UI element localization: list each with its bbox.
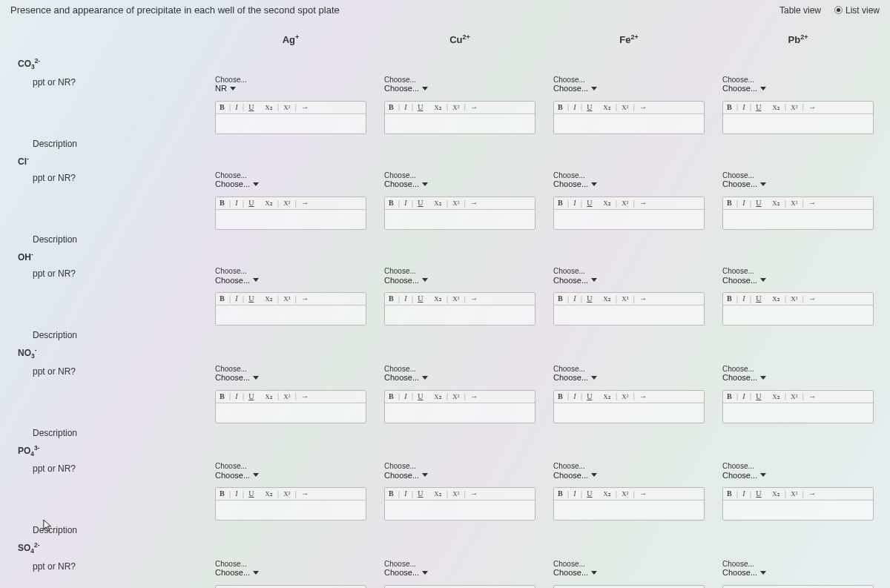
editor-textarea[interactable]: [554, 403, 704, 423]
bold-button[interactable]: B: [217, 489, 227, 499]
choose-select[interactable]: Choose...: [553, 276, 597, 285]
underline-button[interactable]: U: [246, 102, 256, 113]
choose-select[interactable]: Choose...: [553, 84, 597, 93]
choose-select[interactable]: Choose...: [553, 568, 597, 578]
bold-button[interactable]: B: [386, 102, 396, 113]
underline-button[interactable]: U: [584, 392, 594, 402]
choose-select[interactable]: Choose...: [722, 568, 766, 578]
superscript-button[interactable]: X²: [619, 489, 630, 499]
editor-textarea[interactable]: [216, 403, 366, 423]
choose-select[interactable]: Choose...: [722, 179, 766, 189]
italic-button[interactable]: I: [571, 392, 578, 402]
bold-button[interactable]: B: [217, 198, 227, 208]
italic-button[interactable]: I: [233, 489, 240, 499]
superscript-button[interactable]: X²: [788, 102, 800, 113]
superscript-button[interactable]: X²: [281, 102, 292, 113]
arrow-button[interactable]: →: [637, 198, 649, 208]
italic-button[interactable]: I: [402, 198, 409, 208]
bold-button[interactable]: B: [386, 294, 396, 304]
subscript-button[interactable]: X₂: [601, 102, 613, 113]
underline-button[interactable]: U: [754, 198, 763, 208]
underline-button[interactable]: U: [584, 102, 594, 113]
subscript-button[interactable]: X₂: [601, 198, 613, 208]
choose-select[interactable]: Choose...: [553, 471, 597, 480]
editor-textarea[interactable]: [723, 403, 873, 423]
italic-button[interactable]: I: [740, 102, 747, 113]
superscript-button[interactable]: X²: [450, 294, 461, 304]
editor-textarea[interactable]: [554, 501, 704, 520]
arrow-button[interactable]: →: [299, 392, 311, 402]
italic-button[interactable]: I: [233, 198, 240, 208]
arrow-button[interactable]: →: [468, 102, 480, 113]
superscript-button[interactable]: X²: [619, 198, 630, 208]
arrow-button[interactable]: →: [806, 392, 818, 402]
choose-select[interactable]: Choose...: [215, 568, 259, 578]
superscript-button[interactable]: X²: [450, 198, 461, 208]
superscript-button[interactable]: X²: [450, 102, 461, 113]
subscript-button[interactable]: X₂: [770, 294, 782, 304]
subscript-button[interactable]: X₂: [263, 198, 275, 208]
arrow-button[interactable]: →: [468, 294, 480, 304]
subscript-button[interactable]: X₂: [432, 489, 444, 499]
arrow-button[interactable]: →: [299, 489, 311, 499]
editor-textarea[interactable]: [216, 305, 366, 325]
underline-button[interactable]: U: [246, 198, 256, 208]
editor-textarea[interactable]: [385, 210, 535, 229]
subscript-button[interactable]: X₂: [263, 392, 275, 402]
superscript-button[interactable]: X²: [281, 392, 292, 402]
arrow-button[interactable]: →: [468, 392, 480, 402]
arrow-button[interactable]: →: [468, 198, 480, 208]
subscript-button[interactable]: X₂: [263, 489, 275, 499]
superscript-button[interactable]: X²: [281, 198, 292, 208]
underline-button[interactable]: U: [415, 198, 425, 208]
editor-textarea[interactable]: [554, 114, 704, 133]
choose-select[interactable]: Choose...: [384, 568, 428, 578]
choose-select[interactable]: Choose...: [384, 179, 428, 189]
italic-button[interactable]: I: [233, 102, 240, 113]
subscript-button[interactable]: X₂: [770, 392, 782, 402]
editor-textarea[interactable]: [554, 305, 704, 325]
bold-button[interactable]: B: [217, 392, 227, 402]
choose-select[interactable]: Choose...: [722, 276, 766, 285]
bold-button[interactable]: B: [217, 102, 227, 113]
subscript-button[interactable]: X₂: [770, 489, 782, 499]
superscript-button[interactable]: X²: [450, 392, 461, 402]
arrow-button[interactable]: →: [637, 294, 649, 304]
underline-button[interactable]: U: [415, 489, 425, 499]
underline-button[interactable]: U: [754, 294, 763, 304]
italic-button[interactable]: I: [740, 198, 747, 208]
superscript-button[interactable]: X²: [281, 294, 292, 304]
choose-select[interactable]: Choose...: [384, 373, 428, 383]
choose-select[interactable]: Choose...: [384, 276, 428, 285]
editor-textarea[interactable]: [216, 114, 366, 133]
italic-button[interactable]: I: [740, 392, 747, 402]
choose-select[interactable]: Choose...: [215, 471, 259, 480]
subscript-button[interactable]: X₂: [601, 392, 613, 402]
bold-button[interactable]: B: [725, 102, 734, 113]
underline-button[interactable]: U: [246, 392, 256, 402]
italic-button[interactable]: I: [740, 489, 747, 499]
bold-button[interactable]: B: [725, 392, 734, 402]
underline-button[interactable]: U: [415, 392, 425, 402]
editor-textarea[interactable]: [723, 210, 873, 229]
italic-button[interactable]: I: [402, 294, 409, 304]
bold-button[interactable]: B: [725, 294, 734, 304]
superscript-button[interactable]: X²: [619, 392, 630, 402]
italic-button[interactable]: I: [233, 294, 240, 304]
superscript-button[interactable]: X²: [788, 392, 800, 402]
arrow-button[interactable]: →: [299, 198, 311, 208]
editor-textarea[interactable]: [385, 501, 535, 520]
editor-textarea[interactable]: [385, 403, 535, 423]
subscript-button[interactable]: X₂: [263, 294, 275, 304]
italic-button[interactable]: I: [402, 392, 409, 402]
editor-textarea[interactable]: [216, 210, 366, 229]
bold-button[interactable]: B: [386, 198, 396, 208]
arrow-button[interactable]: →: [806, 198, 818, 208]
superscript-button[interactable]: X²: [281, 489, 292, 499]
bold-button[interactable]: B: [556, 294, 565, 304]
bold-button[interactable]: B: [725, 198, 734, 208]
bold-button[interactable]: B: [556, 102, 565, 113]
subscript-button[interactable]: X₂: [432, 198, 444, 208]
subscript-button[interactable]: X₂: [601, 489, 613, 499]
arrow-button[interactable]: →: [637, 102, 649, 113]
